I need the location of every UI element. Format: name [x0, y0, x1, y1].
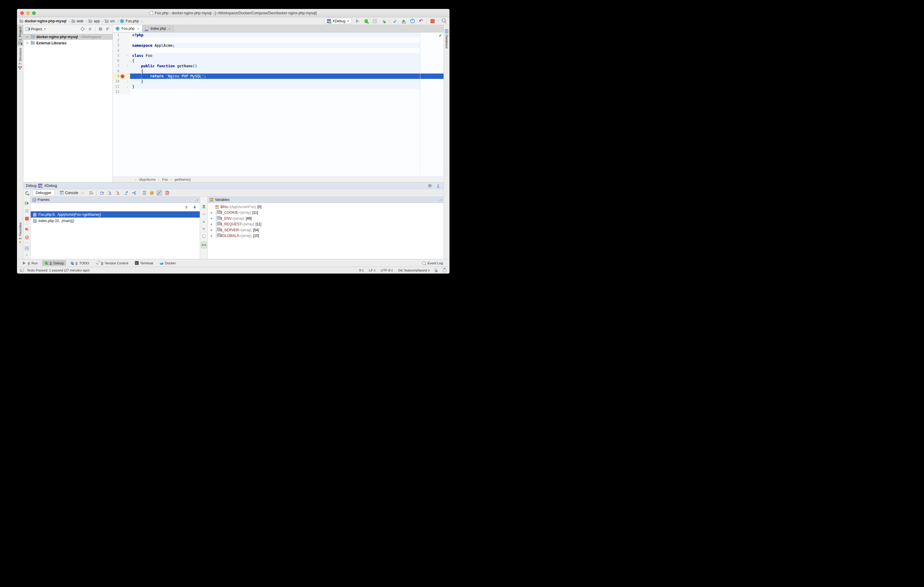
previous-frame-button[interactable] — [184, 205, 188, 209]
vcs-update-button[interactable] — [392, 18, 398, 24]
run-configuration-select[interactable]: php XDebug ▼ — [325, 18, 352, 24]
close-window-button[interactable] — [20, 11, 24, 15]
encoding-select[interactable]: UTF-8 — [381, 269, 393, 272]
debug-settings-gear-icon[interactable] — [427, 183, 432, 188]
close-tab-icon[interactable]: × — [137, 26, 139, 31]
write-access-lock-icon[interactable] — [435, 270, 437, 272]
expand-arrow-icon[interactable]: ▶ — [26, 35, 29, 38]
fold-marker-icon[interactable]: ▵ — [125, 85, 129, 88]
breadcrumb-item[interactable]: docker-nginx-php-mysql › — [19, 19, 70, 23]
move-up-button[interactable] — [201, 219, 207, 224]
view-breakpoints-button[interactable] — [25, 227, 30, 232]
stop-debug-button[interactable] — [25, 216, 30, 221]
expand-arrow-icon[interactable]: ▶ — [211, 217, 215, 220]
project-tree-row[interactable]: ▶ External Libraries — [23, 40, 112, 46]
restore-layout-button[interactable] — [25, 246, 30, 251]
minimize-window-button[interactable] — [26, 11, 30, 15]
mute-breakpoints-button[interactable] — [25, 234, 30, 240]
tool-window-button[interactable]: 5: Debug — [42, 260, 66, 266]
step-over-button[interactable] — [99, 190, 105, 196]
editor-gutter[interactable]: 8 ✓ — [113, 68, 130, 74]
status-toggle-icon[interactable] — [20, 269, 24, 272]
rerun-button[interactable] — [25, 191, 30, 196]
run-to-cursor-button[interactable] — [131, 190, 137, 196]
tab-debugger[interactable]: Debugger — [33, 190, 55, 196]
git-branch-select[interactable]: Git: feature/phpunit — [398, 269, 430, 272]
step-into-button[interactable] — [107, 190, 113, 196]
editor-gutter[interactable]: 9 ✓ — [113, 74, 130, 79]
editor-tab[interactable]: Foo.php × — [113, 25, 142, 32]
stop-button[interactable] — [429, 18, 436, 24]
expand-arrow-icon[interactable]: ▶ — [211, 229, 215, 231]
tool-window-button[interactable]: 9: Version Control — [93, 260, 130, 266]
step-out-button[interactable] — [123, 190, 129, 196]
more-actions-button[interactable]: » — [26, 253, 28, 257]
pause-button[interactable] — [25, 208, 30, 213]
fold-marker-icon[interactable]: ▵ — [125, 80, 129, 83]
fold-marker-icon[interactable]: ▿ — [125, 54, 129, 57]
breadcrumb-item[interactable]: src › — [105, 19, 119, 23]
tool-window-button[interactable]: 6: TODO — [68, 260, 92, 266]
inspection-status-icon[interactable]: ✔ — [439, 33, 442, 38]
breadcrumb-item[interactable]: Foo.php › — [120, 19, 143, 23]
inline-values-button[interactable]: @ — [149, 191, 154, 195]
inspection-profile-icon[interactable] — [443, 269, 447, 272]
event-log-button[interactable]: Event Log — [422, 261, 443, 265]
close-tab-icon[interactable]: × — [168, 26, 171, 31]
editor-breadcrumb-item[interactable]: › Foo — [156, 178, 168, 181]
locate-file-button[interactable] — [80, 27, 85, 31]
collapse-all-button[interactable] — [87, 27, 92, 31]
editor-gutter[interactable]: 12 ✓ — [113, 89, 130, 94]
copy-button[interactable] — [201, 234, 207, 239]
line-ending-select[interactable]: LF — [369, 269, 375, 272]
sidebar-tab-database[interactable]: Database — [444, 25, 449, 50]
settings-gear-icon[interactable] — [98, 27, 103, 31]
line-numbers-toggle-button[interactable]: 12 — [156, 190, 162, 196]
remove-watch-button[interactable] — [201, 211, 207, 217]
resume-button[interactable] — [25, 200, 30, 206]
run-button[interactable] — [355, 18, 360, 24]
chevron-down-icon[interactable]: ▼ — [43, 28, 46, 31]
variable-row[interactable]: ▶ $_REQUEST = {array}[11] — [208, 221, 444, 228]
variable-row[interactable]: ▶ $_SERVER = {array}[54] — [208, 227, 444, 233]
move-down-button[interactable] — [201, 226, 207, 232]
editor-breadcrumb-item[interactable]: › \App\Acme — [132, 178, 156, 181]
editor-gutter[interactable]: 2 ✓ — [113, 38, 130, 43]
rollback-button[interactable] — [418, 18, 424, 24]
caret-position[interactable]: 9:1 — [359, 269, 364, 272]
expand-arrow-icon[interactable]: ▶ — [211, 211, 215, 214]
editor-gutter[interactable]: 3 ✓ — [113, 43, 130, 48]
variable-row[interactable]: ▶ $GLOBALS = {array}[10] — [208, 233, 444, 239]
profiler-button[interactable]: ((( — [380, 18, 386, 24]
frame-row[interactable]: index.php:10, {main}() — [31, 218, 200, 224]
sidebar-tab-project[interactable]: 1: Project — [17, 25, 23, 46]
variable-row[interactable]: ▶ $_COOKIE = {array}[11] — [208, 210, 444, 216]
fold-marker-icon[interactable]: ▿ — [125, 64, 129, 67]
sidebar-tab-favorites[interactable]: 2: Favorites ★ — [17, 221, 23, 246]
tool-window-button[interactable]: Docker — [157, 260, 178, 266]
variable-row[interactable]: $this = {App\Acme\Foo}[0] — [208, 204, 444, 210]
expand-arrow-icon[interactable]: ▶ — [26, 42, 29, 45]
status-message[interactable]: Tests Passed: 1 passed (27 minutes ago) — [27, 269, 90, 272]
editor-gutter[interactable]: 6 ✓ — [113, 58, 130, 63]
sidebar-tab-structure[interactable]: 7: Structure — [17, 46, 23, 71]
vcs-commit-button[interactable] — [401, 18, 407, 24]
editor-gutter[interactable]: 4 ✓ — [113, 48, 130, 53]
show-watches-button[interactable] — [201, 242, 207, 248]
breadcrumb-item[interactable]: web › — [71, 19, 87, 23]
frame-row[interactable]: Foo.php:9, App|Acme|Foo->getName() — [31, 211, 200, 218]
tool-window-button[interactable]: Terminal — [132, 260, 155, 266]
editor-gutter[interactable]: 7 ✓ ▿ — [113, 63, 130, 68]
editor-gutter[interactable]: 1 ✓ — [113, 33, 130, 38]
next-frame-button[interactable] — [193, 205, 197, 209]
hide-variables-icon[interactable]: →▪ — [437, 198, 442, 201]
editor-tab[interactable]: index.php × — [142, 25, 174, 32]
project-tree-row[interactable]: ▶ docker-nginx-php-mysql ~/Workspace/ — [23, 34, 112, 40]
editor-breadcrumb-item[interactable]: › getName() — [168, 178, 191, 181]
recent-changes-button[interactable] — [409, 18, 415, 24]
breadcrumb-item[interactable]: app › — [88, 19, 104, 23]
tab-console[interactable]: Console →▪ — [57, 190, 86, 196]
php-settings-button[interactable] — [164, 190, 170, 196]
expand-arrow-icon[interactable]: ▶ — [211, 223, 215, 226]
editor-gutter[interactable]: 11 ✓ ▵ — [113, 84, 130, 89]
